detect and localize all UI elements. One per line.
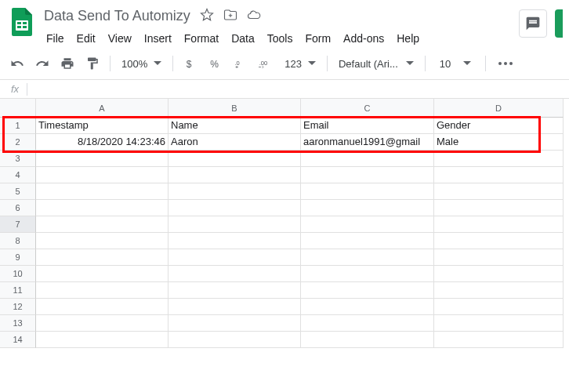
row-header[interactable]: 12 — [0, 299, 36, 315]
cell[interactable] — [36, 167, 169, 183]
cell[interactable] — [434, 282, 564, 299]
menu-data[interactable]: Data — [226, 29, 260, 48]
document-title[interactable]: Data Send To Automizy — [41, 6, 194, 26]
column-header-b[interactable]: B — [169, 99, 301, 118]
row-header[interactable]: 5 — [0, 183, 36, 200]
cell[interactable] — [434, 183, 564, 200]
cell[interactable]: Male — [434, 134, 564, 151]
column-header-a[interactable]: A — [36, 99, 169, 118]
font-size-dropdown[interactable]: 10 — [432, 58, 479, 70]
more-toolbar-button[interactable] — [492, 62, 519, 65]
cell[interactable] — [301, 233, 434, 249]
cloud-icon[interactable] — [247, 8, 261, 24]
cell[interactable] — [169, 332, 301, 348]
percent-button[interactable]: % — [205, 53, 227, 74]
row-header[interactable]: 10 — [0, 266, 36, 282]
menu-tools[interactable]: Tools — [262, 29, 299, 48]
cell[interactable] — [169, 249, 301, 266]
column-header-c[interactable]: C — [301, 99, 434, 118]
cell[interactable] — [301, 216, 434, 233]
cell[interactable] — [169, 200, 301, 216]
row-header[interactable]: 4 — [0, 167, 36, 183]
cell[interactable] — [169, 233, 301, 249]
sheets-logo[interactable] — [6, 6, 38, 38]
cell[interactable] — [36, 315, 169, 332]
cell[interactable] — [36, 200, 169, 216]
row-header[interactable]: 1 — [0, 118, 36, 134]
menu-edit[interactable]: Edit — [71, 29, 101, 48]
more-formats-dropdown[interactable]: 123 — [280, 58, 321, 70]
cell[interactable]: aaronmanuel1991@gmail — [301, 134, 434, 151]
cell[interactable] — [434, 249, 564, 266]
currency-button[interactable]: $ — [179, 53, 201, 74]
share-button[interactable] — [555, 9, 563, 38]
font-dropdown[interactable]: Default (Ari... — [334, 58, 419, 70]
cell[interactable] — [36, 216, 169, 233]
cell[interactable] — [434, 200, 564, 216]
cell[interactable] — [36, 151, 169, 167]
cell[interactable]: 8/18/2020 14:23:46 — [36, 134, 169, 151]
row-header[interactable]: 8 — [0, 233, 36, 249]
menu-addons[interactable]: Add-ons — [338, 29, 390, 48]
row-header[interactable]: 6 — [0, 200, 36, 216]
cell[interactable] — [434, 216, 564, 233]
cell[interactable] — [36, 233, 169, 249]
formula-bar[interactable]: fx — [0, 80, 569, 99]
cell[interactable] — [169, 216, 301, 233]
cell[interactable] — [434, 233, 564, 249]
cell[interactable]: Aaron — [169, 134, 301, 151]
menu-view[interactable]: View — [103, 29, 137, 48]
undo-button[interactable] — [6, 53, 28, 74]
cell[interactable] — [169, 183, 301, 200]
star-icon[interactable] — [200, 8, 214, 24]
cell[interactable] — [36, 282, 169, 299]
row-header[interactable]: 9 — [0, 249, 36, 266]
cell[interactable] — [36, 332, 169, 348]
comments-button[interactable] — [519, 9, 547, 38]
cell[interactable]: Name — [169, 118, 301, 134]
cell[interactable] — [434, 151, 564, 167]
row-header[interactable]: 13 — [0, 315, 36, 332]
redo-button[interactable] — [31, 53, 53, 74]
increase-decimal-button[interactable]: .00 — [255, 53, 277, 74]
menu-insert[interactable]: Insert — [139, 29, 177, 48]
cell[interactable] — [301, 315, 434, 332]
cell[interactable]: Timestamp — [36, 118, 169, 134]
cell[interactable] — [169, 282, 301, 299]
cell[interactable] — [301, 332, 434, 348]
decrease-decimal-button[interactable]: .0 — [230, 53, 252, 74]
cell[interactable] — [169, 266, 301, 282]
cell[interactable] — [169, 151, 301, 167]
row-header[interactable]: 2 — [0, 134, 36, 151]
cell[interactable]: Gender — [434, 118, 564, 134]
menu-form[interactable]: Form — [299, 29, 336, 48]
cell[interactable] — [434, 266, 564, 282]
paint-format-button[interactable] — [82, 53, 103, 74]
print-button[interactable] — [56, 53, 78, 74]
cell[interactable] — [301, 299, 434, 315]
cell[interactable] — [301, 183, 434, 200]
row-header[interactable]: 11 — [0, 282, 36, 299]
cell[interactable] — [434, 315, 564, 332]
select-all-corner[interactable] — [0, 99, 36, 118]
zoom-dropdown[interactable]: 100% — [117, 58, 166, 70]
cell[interactable] — [36, 249, 169, 266]
cell[interactable] — [169, 299, 301, 315]
move-icon[interactable] — [223, 8, 237, 24]
cell[interactable] — [301, 200, 434, 216]
column-header-d[interactable]: D — [434, 99, 564, 118]
row-header[interactable]: 3 — [0, 151, 36, 167]
menu-file[interactable]: File — [41, 29, 70, 48]
cell[interactable] — [301, 151, 434, 167]
row-header[interactable]: 7 — [0, 216, 36, 233]
cell[interactable] — [36, 299, 169, 315]
cell[interactable] — [169, 315, 301, 332]
cell[interactable] — [301, 167, 434, 183]
cell[interactable]: Email — [301, 118, 434, 134]
cell[interactable] — [434, 299, 564, 315]
cell[interactable] — [434, 167, 564, 183]
cell[interactable] — [36, 183, 169, 200]
cell[interactable] — [301, 266, 434, 282]
menu-help[interactable]: Help — [391, 29, 425, 48]
cell[interactable] — [301, 249, 434, 266]
